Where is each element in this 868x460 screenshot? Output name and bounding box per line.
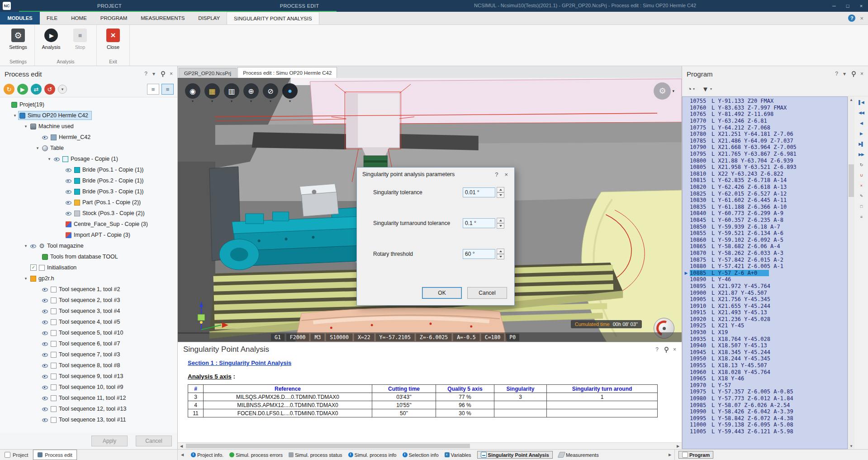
- program-line[interactable]: ▶ 10820 L Y-62.426 Z-6.618 A-13: [683, 184, 847, 191]
- spinner-down-button[interactable]: [497, 223, 504, 229]
- step-backward-button[interactable]: ◀: [856, 119, 867, 127]
- program-line[interactable]: ▶ 10850 L Y-59.939 Z-6.18 A-7: [683, 223, 847, 230]
- panel-help-icon[interactable]: ?: [835, 71, 838, 77]
- 3d-viewport[interactable]: ◉ ▦ ▥ ⊕: [178, 78, 682, 342]
- ribbon-tab[interactable]: FILE: [40, 12, 64, 24]
- program-line[interactable]: ▶ 10980 L Y-57.773 Z-6.012 A-1.84: [683, 395, 847, 402]
- tree-item[interactable]: Initialisation: [0, 262, 177, 273]
- tree-checkbox[interactable]: [30, 264, 37, 271]
- apply-button[interactable]: Apply: [91, 436, 128, 446]
- document-tab[interactable]: Process edit : Simu OP20 Hermle C42: [237, 67, 337, 78]
- delete-button[interactable]: ×: [856, 181, 867, 190]
- tree-item[interactable]: ▾ Tool magazine: [0, 240, 177, 251]
- tree-item[interactable]: Hermle_C42: [0, 132, 177, 143]
- program-line[interactable]: ▶ 10775 L Y-64.212 Z-7.068: [683, 124, 847, 131]
- play-button[interactable]: ▶: [856, 129, 867, 138]
- magnet-button[interactable]: ∪: [856, 171, 867, 179]
- visibility-eye-icon[interactable]: [42, 287, 48, 292]
- spinner-up-button[interactable]: [497, 187, 504, 192]
- tree-expander-icon[interactable]: ▾: [12, 113, 18, 118]
- panel-help-icon[interactable]: ?: [655, 346, 659, 353]
- dialog-cancel-button[interactable]: Cancel: [467, 287, 507, 299]
- panel-pin-icon[interactable]: [851, 71, 855, 77]
- panel-chevron-icon[interactable]: ▾: [152, 71, 155, 77]
- report-button[interactable]: ≡: [856, 212, 867, 221]
- scrollbar-thumb[interactable]: [186, 444, 470, 448]
- visibility-eye-icon[interactable]: [42, 134, 48, 140]
- program-line[interactable]: ▶ 10800 L X21.88 Y-63.704 Z-6.939: [683, 157, 847, 164]
- section-link[interactable]: Section 1 : Singularity Point Analysis: [188, 359, 291, 366]
- visibility-eye-icon[interactable]: [42, 341, 48, 347]
- tree-expander-icon[interactable]: ▾: [23, 124, 29, 129]
- tree-item[interactable]: Projet(19): [0, 99, 177, 110]
- visibility-eye-icon[interactable]: [54, 156, 60, 162]
- visibility-eye-icon[interactable]: [66, 178, 72, 184]
- tree-item[interactable]: Centre_Face_Sup - Copie (3): [0, 219, 177, 230]
- program-line[interactable]: ▶ 10895 L X21.972 Y-45.764: [683, 283, 847, 290]
- viewport-gear-button[interactable]: ⚙: [654, 82, 671, 100]
- program-line[interactable]: ▶ 10760 L Y-83.633 Z-7.997 FMAX: [683, 105, 847, 111]
- window-titlebar[interactable]: NC PROJECT PROCESS EDIT NCSIMUL - Ncsimu…: [0, 0, 868, 12]
- visibility-eye-icon[interactable]: [42, 395, 48, 401]
- close-button[interactable]: Close: [101, 27, 125, 57]
- tree-item[interactable]: ▾ gp2r.h: [0, 273, 177, 284]
- status-process-info[interactable]: Simul. process info: [348, 452, 397, 458]
- zoom-window-button[interactable]: ⊘: [263, 83, 278, 99]
- tree-item[interactable]: Tool sequence 4, tool #5: [0, 316, 177, 327]
- visibility-eye-icon[interactable]: [30, 243, 37, 249]
- time-display-button[interactable]: ◔: [688, 85, 695, 93]
- program-line[interactable]: ▶ 11005 L Y-59.443 Z-6.121 A-5.98: [683, 428, 847, 435]
- status-singularity-point-analysis[interactable]: Singularity Point Analysis: [477, 451, 553, 459]
- ribbon-tab[interactable]: SINGULARITY POINT ANALYSIS: [227, 12, 319, 24]
- program-line[interactable]: ▶ 10975 L Y-57.357 Z-6.005 A-0.85: [683, 388, 847, 395]
- visibility-eye-icon[interactable]: [42, 330, 48, 336]
- panel-pin-icon[interactable]: [664, 346, 668, 353]
- visibility-eye-icon[interactable]: [42, 297, 48, 303]
- tree-item[interactable]: Tool sequence 2, tool #3: [0, 295, 177, 306]
- sync-process-button[interactable]: ⇄: [31, 84, 42, 95]
- program-line[interactable]: ▶ 10755 L Y-91.133 Z20 FMAX: [683, 98, 847, 105]
- refresh-process-button[interactable]: ↻: [4, 84, 14, 95]
- scroll-right-button[interactable]: ▶: [674, 443, 682, 449]
- program-line[interactable]: ▶ 10765 L Y-81.492 Z-11.698: [683, 111, 847, 118]
- zoom-button[interactable]: ⊕: [243, 83, 259, 99]
- status-measurements[interactable]: Measurements: [559, 452, 599, 458]
- tree-item[interactable]: Tool sequence 13, tool #11: [0, 414, 177, 425]
- status-variables[interactable]: Variables: [445, 452, 471, 458]
- program-line[interactable]: ▶ 10825 L Y-62.015 Z-6.527 A-12: [683, 190, 847, 197]
- rotary-threshold-input[interactable]: [463, 249, 495, 259]
- program-line[interactable]: ▶ 10770 L Y-63.246 Z-6.81: [683, 118, 847, 125]
- tree-item[interactable]: Tool sequence 5, tool #10: [0, 327, 177, 338]
- program-line[interactable]: ▶ 10905 L X21.756 Y-45.345: [683, 296, 847, 303]
- maximize-button[interactable]: □: [841, 0, 854, 12]
- program-line[interactable]: ▶ 10945 L X18.345 Y-45.244: [683, 349, 847, 356]
- scroll-down-button[interactable]: ▼: [848, 443, 854, 449]
- more-options-button[interactable]: ▾: [58, 85, 67, 94]
- program-line[interactable]: ▶ 10920 L X21.236 Y-45.028: [683, 316, 847, 323]
- tree-item[interactable]: ▾ Table: [0, 143, 177, 153]
- program-line[interactable]: ▶ 10925 L X21 Y-45: [683, 322, 847, 329]
- vertical-scrollbar[interactable]: ▲ ▼: [848, 96, 854, 449]
- program-line[interactable]: ▶ 10950 L X18.244 Y-45.345: [683, 355, 847, 362]
- visibility-eye-icon[interactable]: [42, 308, 48, 314]
- tree-item[interactable]: ▾ Posage - Copie (1): [0, 153, 177, 164]
- tree-expander-icon[interactable]: ▾: [23, 244, 29, 248]
- visibility-eye-icon[interactable]: [42, 384, 48, 390]
- visibility-eye-icon[interactable]: [66, 200, 72, 206]
- tree-expander-icon[interactable]: ▾: [23, 276, 29, 281]
- tree-item[interactable]: ▾ Simu OP20 Hermle C42: [0, 110, 177, 121]
- go-last-button[interactable]: ▶▶: [856, 150, 867, 158]
- tree-expander-icon[interactable]: ▾: [46, 157, 52, 161]
- ribbon-tab[interactable]: DISPLAY: [191, 12, 227, 24]
- tree-item[interactable]: Import APT - Copie (3): [0, 230, 177, 240]
- panel-close-icon[interactable]: ×: [170, 71, 173, 77]
- visibility-eye-icon[interactable]: [42, 417, 48, 423]
- horizontal-scrollbar[interactable]: ◀ ▶: [178, 442, 682, 449]
- step-forward-button[interactable]: ▶▌: [856, 139, 867, 148]
- ribbon-close-button[interactable]: ×: [860, 15, 863, 22]
- program-line[interactable]: ▶ 10930 L X19: [683, 329, 847, 336]
- document-tab[interactable]: GP2R_OP20.NcsPrj: [179, 68, 237, 78]
- spinner-down-button[interactable]: [497, 192, 504, 198]
- tree-item[interactable]: Tool sequence 6, tool #7: [0, 338, 177, 349]
- program-line[interactable]: ▶ 10995 L Y-58.842 Z-6.072 A-4.38: [683, 415, 847, 422]
